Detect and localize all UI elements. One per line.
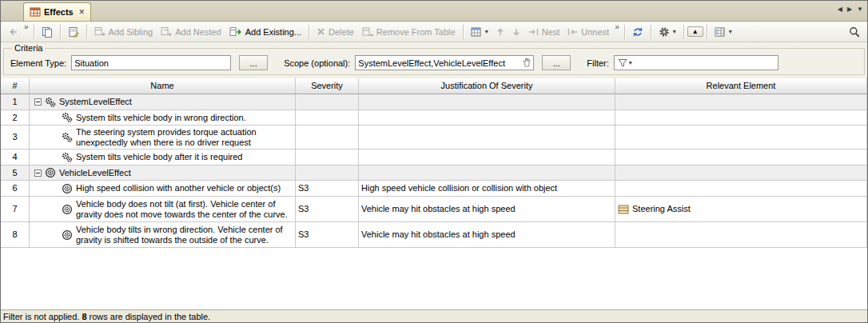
toolbar-separator [86,25,87,39]
copy-button[interactable] [38,24,57,40]
add-sibling-icon [94,26,106,37]
collapse-panel-button[interactable]: ▲ [687,26,703,37]
remove-from-table-button[interactable]: Remove From Table [358,25,460,39]
move-up-button[interactable] [492,25,508,39]
justification-cell[interactable]: Vehicle may hit obstacles at high speed [359,222,615,248]
generate-report-button[interactable] [64,24,83,40]
severity-cell[interactable]: S3 [296,181,359,197]
relevant-element-cell[interactable] [615,94,867,110]
justification-cell[interactable]: High speed vehicle collision or collisio… [359,181,615,197]
system-effect-gears-icon [62,112,73,123]
severity-cell[interactable] [296,126,359,150]
element-type-browse-button[interactable]: ... [239,55,268,70]
justification-cell[interactable] [359,165,615,181]
status-filter-text: Filter is not applied. [3,312,79,321]
relevant-element-cell[interactable] [615,165,867,181]
severity-cell[interactable] [296,94,359,110]
unnest-label: Unnest [581,27,609,37]
tab-effects[interactable]: Effects × [23,2,91,21]
relevant-element-cell[interactable] [615,181,867,197]
move-down-icon [512,27,520,37]
tab-close-icon[interactable]: × [79,8,85,16]
add-nested-icon [161,26,172,37]
row-number-cell[interactable]: 8 [1,222,30,248]
relevant-element-cell[interactable] [615,126,867,150]
add-nested-label: Add Nested [175,27,221,37]
justification-cell[interactable] [359,126,615,150]
justification-cell[interactable] [359,94,615,110]
justification-cell[interactable] [359,150,615,165]
row-number-cell[interactable]: 2 [1,110,30,126]
row-name-cell[interactable]: Vehicle body tilts in wrong direction. V… [30,222,296,248]
row-name-cell[interactable]: High speed collision with another vehicl… [30,181,296,197]
table-view-button[interactable]: ▾ [711,25,736,39]
scope-input[interactable] [355,55,534,70]
delete-button[interactable]: Delete [313,25,358,39]
tab-scroll-right-icon[interactable]: ▶ [847,6,852,13]
criteria-group: Criteria Element Type: ... Scope (option… [3,43,865,75]
row-name-label: The steering system provides torque actu… [76,127,293,148]
collapse-expander-icon[interactable] [34,98,42,106]
row-number-cell[interactable]: 7 [1,197,30,222]
scope-browse-button[interactable]: ... [542,55,571,70]
row-number-cell[interactable]: 1 [1,94,30,110]
severity-cell[interactable]: S3 [296,222,359,248]
relevant-element-cell[interactable]: Steering Assist [615,197,867,222]
tab-list-icon[interactable]: ▼ [857,6,863,13]
dropdown-caret-icon: ▾ [729,28,732,35]
dropdown-caret-icon: ▾ [485,28,488,35]
collapse-expander-icon[interactable] [34,169,42,177]
overflow-chevron-icon[interactable]: » [24,22,29,31]
group-row-name-cell[interactable]: VehicleLevelEffect [30,165,296,181]
relevant-element-cell[interactable] [615,110,867,126]
severity-cell[interactable] [296,165,359,181]
add-nested-button[interactable]: Add Nested [157,24,225,39]
add-existing-button[interactable]: Add Existing... [225,24,305,39]
justification-cell[interactable] [359,110,615,126]
tab-scroll-left-icon[interactable]: ◀ [838,6,842,13]
nest-button[interactable]: Nest [524,25,564,39]
filter-input[interactable]: ▾ [614,55,778,70]
row-name-cell[interactable]: Vehicle body does not tilt (at first). V… [30,197,296,222]
back-button[interactable] [4,25,22,39]
element-type-input[interactable] [71,55,231,70]
show-columns-button[interactable]: ▾ [467,25,492,39]
row-number-cell[interactable]: 6 [1,181,30,197]
refresh-button[interactable] [628,24,647,40]
effects-table-window: Effects × ◀ ▶ ▼ » [0,0,868,323]
column-header-number[interactable]: # [1,78,30,94]
row-number-cell[interactable]: 5 [1,165,30,181]
toolbar-separator [683,25,684,39]
relevant-element-cell[interactable] [615,222,867,248]
element-type-label: Element Type: [10,58,66,68]
column-header-severity[interactable]: Severity [296,78,359,94]
status-rows-text: rows are displayed in the table. [90,312,211,321]
row-number-cell[interactable]: 3 [1,126,30,150]
options-button[interactable]: ▾ [655,24,680,40]
search-button[interactable] [845,24,864,40]
overflow-chevron-icon[interactable]: » [615,22,619,31]
add-existing-icon [229,26,242,37]
justification-cell[interactable]: Vehicle may hit obstacles at high speed [359,197,615,222]
vehicle-effect-occurrence-icon [45,167,56,178]
row-name-cell[interactable]: The steering system provides torque actu… [30,126,296,150]
column-header-justification[interactable]: Justification Of Severity [359,78,615,94]
criteria-band: Criteria Element Type: ... Scope (option… [1,42,867,78]
delete-label: Delete [328,27,354,37]
add-sibling-button[interactable]: Add Sibling [90,24,157,39]
table-toolbar: » Add Sibling Add Nested [1,22,867,42]
row-name-cell[interactable]: System tilts vehicle body after it is re… [30,150,296,165]
move-down-button[interactable] [508,25,524,39]
column-header-relevant-element[interactable]: Relevant Element [615,78,867,94]
row-number-cell[interactable]: 4 [1,150,30,165]
severity-cell[interactable] [296,110,359,126]
severity-cell[interactable] [296,150,359,165]
toolbar-separator [651,25,651,39]
relevant-element-cell[interactable] [615,150,867,165]
scope-picker-hand-icon[interactable] [522,57,532,67]
unnest-button[interactable]: Unnest [563,25,613,39]
row-name-cell[interactable]: System tilts vehicle body in wrong direc… [30,110,296,126]
group-row-name-cell[interactable]: SystemLevelEffect [30,94,296,110]
severity-cell[interactable]: S3 [296,197,359,222]
column-header-name[interactable]: Name [30,78,296,94]
